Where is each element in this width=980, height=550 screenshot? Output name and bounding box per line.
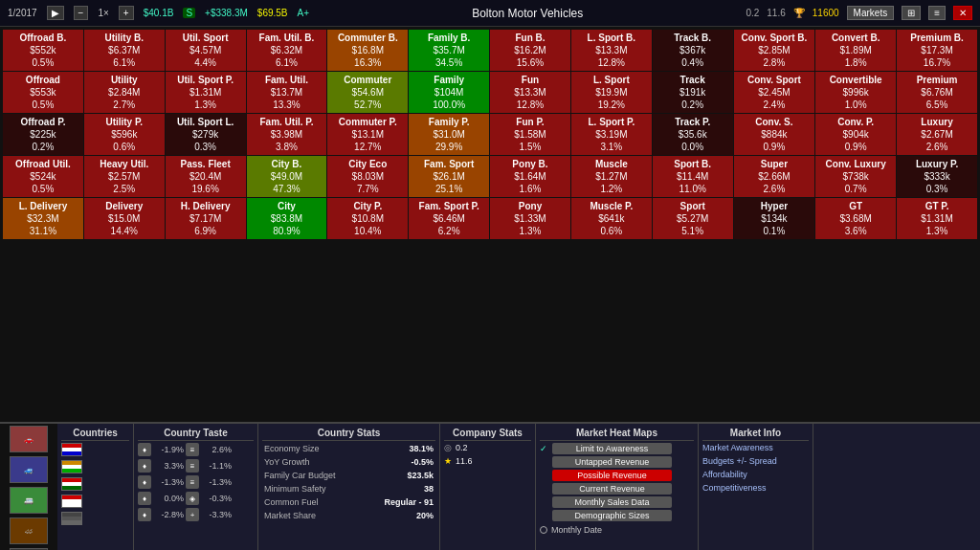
heatmap-header: Market Heat Maps: [540, 428, 694, 441]
grid-cell[interactable]: Convertible $996k 1.0%: [815, 72, 897, 114]
market-info-item[interactable]: Affordability: [702, 470, 809, 479]
grid-cell[interactable]: Pony B. $1.64M 1.6%: [490, 156, 571, 198]
grid-cell[interactable]: Fam. Sport $26.1M 25.1%: [409, 156, 490, 198]
company-stat-rating: ★11.6: [444, 456, 531, 466]
grid-cell[interactable]: Super $2.66M 2.6%: [733, 156, 815, 198]
grid-cell[interactable]: Track B. $367k 0.4%: [652, 30, 733, 72]
icon-item-1[interactable]: 🚗: [10, 426, 48, 452]
grid-cell[interactable]: L. Sport B. $13.3M 12.8%: [570, 30, 652, 72]
country-row[interactable]: [61, 477, 129, 491]
grid-cell[interactable]: Pony $1.33M 1.3%: [490, 198, 571, 240]
stat-value: $23.5k: [407, 471, 434, 480]
grid-cell[interactable]: Fam. Util. P. $3.98M 3.8%: [246, 114, 327, 156]
heatmap-row[interactable]: Monthly Sales Data: [540, 496, 694, 508]
grid-cell[interactable]: Fun P. $1.58M 1.5%: [490, 114, 571, 156]
market-info-item[interactable]: Competitiveness: [702, 483, 809, 493]
grid-cell[interactable]: Pass. Fleet $20.4M 19.6%: [165, 156, 246, 198]
grid-btn1[interactable]: ⊞: [902, 6, 921, 20]
close-btn[interactable]: ✕: [953, 6, 972, 20]
grid-cell[interactable]: City B. $49.0M 47.3%: [246, 156, 327, 198]
heatmap-item-label[interactable]: Untapped Revenue: [552, 456, 672, 468]
grid-cell[interactable]: Utility $2.84M 2.7%: [83, 72, 165, 114]
grid-cell[interactable]: Fun $13.3M 12.8%: [490, 72, 571, 114]
grid-cell[interactable]: Hyper $134k 0.1%: [733, 198, 815, 240]
heatmap-item-label[interactable]: Monthly Sales Data: [552, 496, 672, 508]
grid-cell[interactable]: GT $3.68M 3.6%: [815, 198, 897, 240]
grid-cell[interactable]: Track $191k 0.2%: [652, 72, 733, 114]
grid-cell[interactable]: Fam. Sport P. $6.46M 6.2%: [409, 198, 490, 240]
grid-cell[interactable]: L. Sport P. $3.19M 3.1%: [570, 114, 652, 156]
grid-cell[interactable]: Conv. Sport B. $2.85M 2.8%: [733, 30, 815, 72]
grid-cell[interactable]: Util. Sport L. $279k 0.3%: [165, 114, 246, 156]
heatmap-row[interactable]: Current Revenue: [540, 483, 694, 495]
play-btn[interactable]: ▶: [47, 6, 64, 20]
grid-cell[interactable]: Family $104M 100.0%: [409, 72, 490, 114]
grid-cell[interactable]: Commuter P. $13.1M 12.7%: [327, 114, 409, 156]
grid-cell[interactable]: Offroad Util. $524k 0.5%: [3, 156, 84, 198]
heatmap-row[interactable]: Untapped Revenue: [540, 456, 694, 468]
grid-cell[interactable]: Fam. Util. B. $6.32M 6.1%: [246, 30, 327, 72]
heatmap-item-label[interactable]: Possible Revenue: [552, 470, 672, 481]
grid-cell[interactable]: Conv. S. $884k 0.9%: [733, 114, 815, 156]
grid-cell[interactable]: Family P. $31.0M 29.9%: [409, 114, 490, 156]
grid-cell[interactable]: Muscle $1.27M 1.2%: [570, 156, 652, 198]
grid-cell[interactable]: Commuter B. $16.8M 16.3%: [327, 30, 409, 72]
grid-cell[interactable]: Utility B. $6.37M 6.1%: [83, 30, 165, 72]
minus-btn[interactable]: −: [74, 6, 89, 20]
grid-cell[interactable]: Offroad $553k 0.5%: [3, 72, 84, 114]
icon-item-4[interactable]: 🏎: [10, 517, 48, 544]
grid-cell[interactable]: Sport B. $11.4M 11.0%: [652, 156, 733, 198]
grid-cell[interactable]: Delivery $15.0M 14.4%: [83, 198, 165, 240]
grid-cell[interactable]: Conv. P. $904k 0.9%: [815, 114, 897, 156]
markets-btn[interactable]: Markets: [847, 6, 895, 20]
grid-cell[interactable]: Muscle P. $641k 0.6%: [570, 198, 652, 240]
plus-btn[interactable]: +: [119, 6, 134, 20]
grid-cell[interactable]: GT P. $1.31M 1.3%: [897, 198, 978, 240]
stat2-display: 11.6: [767, 8, 785, 18]
market-info-item[interactable]: Market Awareness: [702, 443, 809, 452]
icon-item-3[interactable]: 🚐: [10, 487, 48, 514]
grid-cell[interactable]: Premium $6.76M 6.5%: [897, 72, 978, 114]
grid-cell[interactable]: City Eco $8.03M 7.7%: [327, 156, 409, 198]
grid-cell[interactable]: City $83.8M 80.9%: [246, 198, 327, 240]
heatmap-row[interactable]: Possible Revenue: [540, 470, 694, 481]
grid-cell[interactable]: Luxury $2.67M 2.6%: [897, 114, 978, 156]
grid-cell[interactable]: Conv. Luxury $738k 0.7%: [815, 156, 897, 198]
heatmap-row[interactable]: Demographic Sizes: [540, 510, 694, 521]
cell-value: $6.32M: [250, 44, 324, 56]
grid-cell[interactable]: H. Delivery $7.17M 6.9%: [165, 198, 246, 240]
country-row[interactable]: [61, 495, 129, 508]
grid-cell[interactable]: Convert B. $1.89M 1.8%: [815, 30, 897, 72]
grid-cell[interactable]: Heavy Util. $2.57M 2.5%: [83, 156, 165, 198]
grid-cell[interactable]: L. Delivery $32.3M 31.1%: [3, 198, 84, 240]
grid-cell[interactable]: Offroad P. $225k 0.2%: [3, 114, 84, 156]
grid-cell[interactable]: L. Sport $19.9M 19.2%: [570, 72, 652, 114]
grid-cell[interactable]: Util. Sport P. $1.31M 1.3%: [165, 72, 246, 114]
heatmap-row[interactable]: ✓ Limit to Awareness: [540, 443, 694, 454]
country-row[interactable]: [61, 443, 129, 456]
grid-cell[interactable]: Offroad B. $552k 0.5%: [3, 30, 84, 72]
cell-name: Pony B.: [493, 158, 568, 170]
grid-cell[interactable]: Fam. Util. $13.7M 13.3%: [246, 72, 327, 114]
grid-cell[interactable]: Conv. Sport $2.45M 2.4%: [733, 72, 815, 114]
grid-cell[interactable]: Luxury P. $333k 0.3%: [897, 156, 978, 198]
grid-cell[interactable]: Util. Sport $4.57M 4.4%: [165, 30, 246, 72]
country-row[interactable]: [61, 512, 129, 525]
heatmap-item-label[interactable]: Demographic Sizes: [552, 510, 672, 521]
cell-pct: 16.3%: [330, 56, 405, 69]
grid-cell[interactable]: Fun B. $16.2M 15.6%: [490, 30, 571, 72]
grid-btn2[interactable]: ≡: [928, 6, 946, 20]
grid-cell[interactable]: Commuter $54.6M 52.7%: [327, 72, 409, 114]
icon-item-2[interactable]: 🚙: [10, 456, 48, 483]
grid-cell[interactable]: Utility P. $596k 0.6%: [83, 114, 165, 156]
grid-cell[interactable]: Family B. $35.7M 34.5%: [409, 30, 490, 72]
grid-cell[interactable]: Premium B. $17.3M 16.7%: [897, 30, 978, 72]
heatmap-item-label[interactable]: Current Revenue: [552, 483, 672, 495]
grid-cell[interactable]: Track P. $35.6k 0.0%: [652, 114, 733, 156]
grid-cell[interactable]: City P. $10.8M 10.4%: [327, 198, 409, 240]
heatmap-item-label[interactable]: Limit to Awareness: [552, 443, 672, 454]
country-row[interactable]: [61, 460, 129, 473]
cell-pct: 2.6%: [737, 183, 813, 195]
grid-cell[interactable]: Sport $5.27M 5.1%: [652, 198, 733, 240]
market-info-item[interactable]: Budgets +/- Spread: [702, 456, 809, 466]
